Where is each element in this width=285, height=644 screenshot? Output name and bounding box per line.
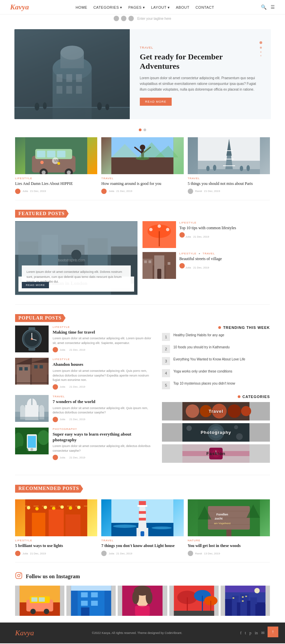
instagram-grid: [15, 586, 270, 616]
svg-rect-197: [91, 601, 98, 606]
instagram-item-2[interactable]: [66, 586, 116, 616]
svg-rect-207: [135, 606, 150, 616]
svg-point-75: [149, 228, 153, 231]
rec-2-author: Julia: [109, 552, 114, 555]
svg-point-38: [140, 145, 145, 150]
trending-item-2[interactable]: 2 10 foods you should try in Kathmandu: [162, 345, 270, 353]
svg-point-119: [31, 448, 33, 451]
dot-2[interactable]: [144, 129, 146, 131]
popular-4-cat: PHOTOGRAPHY: [53, 428, 155, 431]
footer-pinterest-icon[interactable]: p: [249, 631, 251, 636]
popular-item-3: TRAVEL 7 wonders of the world Lorem ipsu…: [15, 395, 155, 422]
featured-side-posts: LIFESTYLE Top 10 tips with common lifest…: [142, 221, 270, 295]
svg-point-19: [260, 51, 262, 53]
footer-linkedin-icon[interactable]: in: [255, 631, 258, 636]
nav-logo[interactable]: Kavya: [10, 3, 29, 11]
footer-facebook-icon[interactable]: f: [240, 631, 241, 636]
back-to-top-button[interactable]: ↑: [268, 627, 278, 637]
featured-main-post: bootstrapnb.com LIFESTYLE Lifestyle of w…: [15, 221, 137, 295]
categories-dot: [238, 395, 240, 398]
svg-rect-226: [255, 604, 265, 616]
trending-item-3[interactable]: 3 Everything You Wanted to Know About Lo…: [162, 357, 270, 365]
trending-item-4[interactable]: 4 Yoga works only under these conditions: [162, 369, 270, 377]
card-1-title: Lies And Damn Lies About HIPPIE: [15, 181, 97, 187]
svg-point-13: [35, 103, 39, 110]
card-3-date: 21 Dec, 2019: [204, 190, 220, 193]
rec-1-avatar: [15, 551, 20, 556]
trending-item-5[interactable]: 5 Top 10 mysterious places you didn't kn…: [162, 381, 270, 389]
footer-email-icon[interactable]: ✉: [261, 631, 265, 636]
instagram-title: Follow us on Instagram: [26, 574, 80, 580]
nav-pages[interactable]: PAGES ▾: [128, 5, 145, 9]
featured-side-image-2: [142, 252, 176, 279]
rec-3-meta: Randi 13 Dec, 2019: [188, 551, 270, 556]
nav-layout[interactable]: LAYOUT ▾: [151, 5, 170, 9]
svg-rect-171: [226, 530, 231, 536]
svg-rect-194: [81, 592, 88, 597]
nav-categories[interactable]: CATEGORIES ▾: [93, 5, 122, 9]
categories-title-bar: CATEGORIES: [162, 395, 270, 399]
trending-num-2: 2: [162, 345, 170, 353]
search-icon[interactable]: 🔍: [261, 4, 267, 10]
featured-section-title-wrap: FEATURED POSTS: [0, 203, 285, 221]
rec-3-author: Randi: [195, 552, 202, 555]
svg-rect-227: [232, 597, 234, 599]
footer-logo[interactable]: Kavya: [15, 629, 34, 637]
svg-rect-156: [65, 514, 80, 536]
svg-point-147: [27, 506, 30, 509]
tagline-text: Enter your tagline here: [137, 17, 171, 20]
featured-side-1-avatar: [179, 232, 185, 238]
recommended-cards-row: LIFESTYLE 5 brilliant ways to use lights…: [0, 496, 285, 559]
houses-svg: [15, 358, 49, 385]
popular-item-3-image: [15, 395, 49, 422]
svg-rect-188: [32, 597, 38, 602]
featured-side-1-category: LIFESTYLE: [179, 221, 270, 224]
svg-point-14: [43, 102, 47, 109]
popular-item-2-info: LIFESTYLE Abandon houses Lorem ipsum dol…: [53, 358, 155, 389]
divider-2: [15, 304, 270, 305]
trending-item-1[interactable]: 1 Healthy Dieting Habits for any age: [162, 333, 270, 341]
roaming-svg: [101, 137, 183, 174]
dot-1[interactable]: [139, 129, 141, 131]
wonders-svg: [15, 395, 49, 422]
lighthouse-svg: [101, 499, 183, 536]
svg-rect-7: [76, 74, 81, 82]
svg-rect-101: [34, 365, 38, 368]
footer-twitter-icon[interactable]: t: [245, 631, 246, 636]
category-card-photography[interactable]: Photography: [162, 423, 270, 442]
instagram-item-5[interactable]: [221, 586, 270, 616]
nav-about[interactable]: ABOUT: [176, 5, 189, 9]
instagram-item-4[interactable]: [169, 586, 219, 616]
hero-read-more-button[interactable]: READ MORE: [140, 98, 172, 106]
trending-num-4: 4: [162, 369, 170, 377]
popular-2-body: Lorem ipsum dolor sit amet consectetur a…: [53, 369, 155, 383]
svg-rect-97: [17, 364, 30, 385]
popular-4-meta: Julia 21 Dec, 2019: [53, 455, 155, 460]
woods-svg: Forellen zucht am Vogelherd: [188, 499, 270, 536]
svg-rect-6: [66, 74, 72, 82]
featured-read-more-button[interactable]: READ MORE: [22, 282, 49, 288]
paris-svg: [188, 137, 270, 174]
svg-rect-99: [19, 367, 22, 370]
rec-2-date: 21 Dec, 2019: [116, 552, 132, 555]
rec-1-date: 21 Dec, 2019: [30, 552, 46, 555]
category-card-fashion[interactable]: Fashion: [162, 444, 270, 463]
svg-rect-110: [31, 398, 33, 405]
popular-1-title: Making time for travel: [53, 330, 155, 335]
village-svg: [142, 252, 176, 279]
svg-rect-84: [144, 260, 147, 263]
instagram-item-1[interactable]: [15, 586, 64, 616]
category-card-travel[interactable]: Travel: [162, 402, 270, 420]
card-1-author: Julia: [22, 190, 28, 193]
card-2-avatar: [101, 189, 107, 194]
menu-icon[interactable]: ☰: [271, 4, 275, 10]
featured-side-info-2: LIFESTYLE ● TRAVEL Beautiful streets of …: [179, 252, 270, 269]
nav-home[interactable]: HOME: [75, 5, 87, 9]
svg-rect-9: [66, 86, 72, 94]
instagram-item-3[interactable]: [118, 586, 167, 616]
popular-section-title: POPULAR POSTS: [15, 314, 66, 322]
nav-contact[interactable]: CONTACT: [195, 5, 214, 9]
rec-card-1-image: [15, 499, 97, 536]
svg-rect-228: [242, 596, 243, 598]
rec-card-3-image: Forellen zucht am Vogelherd: [188, 499, 270, 536]
